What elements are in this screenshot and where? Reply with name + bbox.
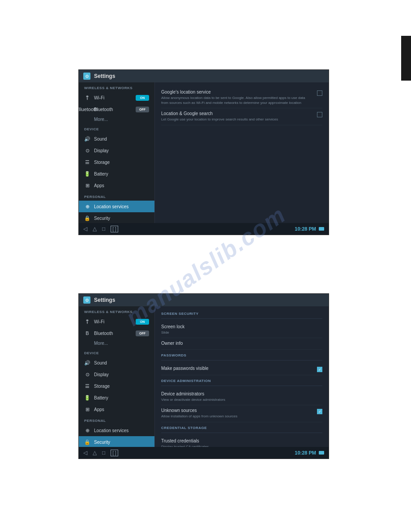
- display-label-1: Display: [94, 148, 109, 153]
- nav-home-2[interactable]: △: [93, 450, 97, 456]
- security-label-2: Security: [94, 440, 110, 445]
- content-text-google-location: Google's location service Allow anonymou…: [161, 90, 317, 105]
- location-search-checkbox[interactable]: [317, 112, 322, 117]
- sidebar-item-sound-1[interactable]: 🔊 Sound: [79, 133, 154, 145]
- location-label-1: Location services: [94, 204, 128, 209]
- sidebar-item-sound-2[interactable]: 🔊 Sound: [79, 357, 154, 369]
- sidebar-item-wifi-2[interactable]: Wi-Fi ON: [79, 316, 154, 327]
- nav-back-2[interactable]: ◁: [83, 450, 87, 456]
- sidebar-item-storage-1[interactable]: ☰ Storage: [79, 156, 154, 168]
- section-label-personal-1: PERSONAL: [79, 191, 154, 201]
- sidebar-item-bluetooth-1[interactable]: Bluetooth Bluetooth OFF: [79, 103, 154, 115]
- settings-header-1: ⚙ Settings: [79, 70, 329, 82]
- unknown-sources-subtitle: Allow installation of apps from unknown …: [161, 414, 313, 419]
- settings-header-2: ⚙ Settings: [79, 294, 329, 306]
- section-label-wireless-2: WIRELESS & NETWORKS: [79, 306, 154, 316]
- sidebar-item-bluetooth-2[interactable]: B Bluetooth OFF: [79, 327, 154, 339]
- credential-storage-label: CREDENTIAL STORAGE: [161, 426, 322, 430]
- sidebar-item-security-2[interactable]: 🔒 Security: [79, 436, 154, 447]
- location-icon-1: ⊕: [84, 203, 90, 210]
- section-label-personal-2: PERSONAL: [79, 415, 154, 425]
- sidebar-item-location-2[interactable]: ⊕ Location services: [79, 425, 154, 436]
- sidebar-item-apps-2[interactable]: ⊞ Apps: [79, 403, 154, 415]
- content-item-screen-lock[interactable]: Screen lock Slide: [161, 322, 322, 338]
- main-content-location: Google's location service Allow anonymou…: [155, 82, 329, 223]
- screen-lock-title: Screen lock: [161, 324, 322, 329]
- nav-recent-2[interactable]: □: [102, 450, 105, 456]
- google-location-checkbox[interactable]: [317, 90, 322, 96]
- content-item-unknown-sources[interactable]: Unknown sources Allow installation of ap…: [161, 405, 322, 422]
- divider-device-admin: [161, 386, 322, 386]
- location-label-2: Location services: [94, 428, 128, 433]
- status-time-2: 10:28 PM: [295, 450, 316, 455]
- display-label-2: Display: [94, 372, 109, 377]
- unknown-sources-title: Unknown sources: [161, 408, 313, 413]
- content-item-location-search[interactable]: Location & Google search Let Google use …: [161, 108, 322, 125]
- location-icon-2: ⊕: [84, 427, 90, 433]
- sidebar-item-location-1[interactable]: ⊕ Location services: [79, 201, 154, 212]
- divider-passwords: [161, 360, 322, 360]
- passwords-visible-checkbox[interactable]: ✓: [317, 367, 322, 372]
- status-bar-1: ◁ △ □ [ ] 10:28 PM: [79, 223, 329, 235]
- sidebar-item-apps-1[interactable]: ⊞ Apps: [79, 180, 154, 191]
- content-item-owner-info[interactable]: Owner info: [161, 338, 322, 350]
- nav-capture-1[interactable]: [ ]: [111, 226, 118, 232]
- screen-security-label: SCREEN SECURITY: [161, 312, 322, 316]
- divider-screen-security: [161, 318, 322, 319]
- nav-home-1[interactable]: △: [93, 226, 97, 232]
- content-item-passwords-visible[interactable]: Make passwords visible ✓: [161, 363, 322, 375]
- google-location-title: Google's location service: [161, 90, 313, 94]
- sidebar-more-1[interactable]: More...: [79, 115, 154, 124]
- status-bar-2: ◁ △ □ [ ] 10:28 PM: [79, 447, 329, 459]
- settings-body-1: WIRELESS & NETWORKS Wi-Fi ON Bluetooth B…: [79, 82, 329, 223]
- svg-point-0: [87, 99, 88, 100]
- sidebar-item-storage-2[interactable]: ☰ Storage: [79, 380, 154, 392]
- battery-icon-1: 🔋: [84, 171, 90, 177]
- sidebar-item-display-2[interactable]: ⊙ Display: [79, 369, 154, 380]
- bluetooth-toggle-2[interactable]: OFF: [136, 330, 149, 336]
- nav-recent-1[interactable]: □: [102, 226, 105, 232]
- apps-label-1: Apps: [94, 183, 104, 188]
- display-icon-1: ⊙: [84, 147, 90, 154]
- sidebar-1: WIRELESS & NETWORKS Wi-Fi ON Bluetooth B…: [79, 82, 155, 223]
- content-item-google-location[interactable]: Google's location service Allow anonymou…: [161, 87, 322, 108]
- sidebar-item-display-1[interactable]: ⊙ Display: [79, 145, 154, 156]
- nav-controls-2: ◁ △ □ [ ]: [83, 450, 118, 456]
- status-time-1: 10:28 PM: [295, 226, 316, 232]
- content-item-trusted-credentials[interactable]: Trusted credentials Display trusted CA c…: [161, 436, 322, 447]
- google-location-subtitle: Allow anonymous location data to be sent…: [161, 95, 313, 105]
- owner-info-title: Owner info: [161, 341, 322, 346]
- nav-capture-2[interactable]: [ ]: [111, 450, 118, 456]
- settings-icon-1: ⚙: [83, 73, 90, 80]
- sidebar-item-battery-1[interactable]: 🔋 Battery: [79, 168, 154, 180]
- sidebar-item-wifi-1[interactable]: Wi-Fi ON: [79, 92, 154, 103]
- security-label-1: Security: [94, 216, 110, 221]
- wifi-toggle-1[interactable]: ON: [136, 95, 149, 101]
- wifi-toggle-2[interactable]: ON: [136, 319, 149, 325]
- bluetooth-icon-2: B: [84, 330, 90, 336]
- settings-title-2: Settings: [94, 297, 115, 303]
- unknown-sources-checkbox[interactable]: ✓: [317, 409, 322, 414]
- security-icon-2: 🔒: [84, 439, 90, 445]
- passwords-visible-title: Make passwords visible: [161, 366, 313, 371]
- bluetooth-label-2: Bluetooth: [94, 331, 113, 336]
- bluetooth-label-1: Bluetooth: [94, 107, 113, 112]
- device-admins-subtitle: View or deactivate device administrators: [161, 397, 322, 402]
- screenshot-security: ⚙ Settings WIRELESS & NETWORKS Wi-Fi ON: [78, 293, 329, 459]
- trusted-credentials-title: Trusted credentials: [161, 438, 322, 443]
- sound-icon-2: 🔊: [84, 360, 90, 366]
- nav-back-1[interactable]: ◁: [83, 226, 87, 232]
- content-item-device-admins[interactable]: Device administrators View or deactivate…: [161, 389, 322, 405]
- bluetooth-toggle-1[interactable]: OFF: [136, 107, 149, 112]
- sidebar-item-security-1[interactable]: 🔒 Security: [79, 212, 154, 223]
- location-search-title: Location & Google search: [161, 111, 313, 116]
- storage-label-2: Storage: [94, 384, 110, 389]
- wifi-label-2: Wi-Fi: [94, 319, 104, 324]
- sidebar-more-2[interactable]: More...: [79, 339, 154, 348]
- sidebar-item-battery-2[interactable]: 🔋 Battery: [79, 392, 154, 403]
- screen-lock-subtitle: Slide: [161, 330, 322, 335]
- content-text-location-search: Location & Google search Let Google use …: [161, 111, 317, 122]
- settings-title-1: Settings: [94, 73, 115, 79]
- location-search-subtitle: Let Google use your location to improve …: [161, 117, 313, 122]
- battery-status-2: [319, 451, 324, 455]
